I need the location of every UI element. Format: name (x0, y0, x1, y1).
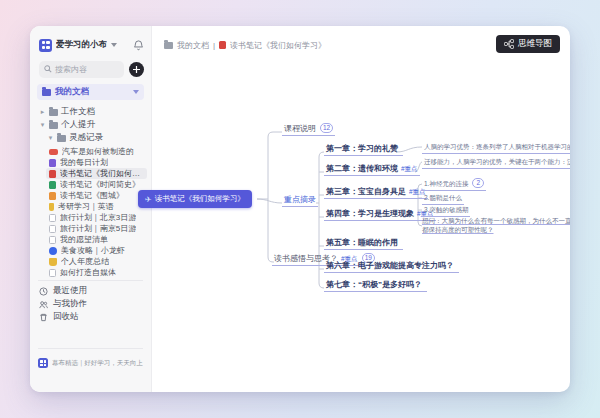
mindmap-note-brain-advantages[interactable]: 人脑的学习优势：逐条列举了人脑相对于机器学习的六个优势 (422, 139, 570, 154)
mindmap-node-chapter-2[interactable]: 第二章：遗传和环境#重点 (324, 161, 420, 176)
doc-label: 考研学习｜英语 (58, 201, 114, 212)
doc-label: 读书笔记《围城》 (60, 190, 124, 201)
mindmap-node-chapter-6[interactable]: 第六章：电子游戏能提高专注力吗？ (324, 258, 459, 273)
book-icon (49, 170, 56, 178)
breadcrumb-folder[interactable]: 我的文档 (177, 40, 209, 51)
mindmap-toggle-button[interactable]: 思维导图 (496, 35, 560, 53)
sidebar-doc-wishlist[interactable]: 我的愿望清单 (46, 234, 147, 245)
notification-bell-icon[interactable] (133, 40, 144, 51)
mindmap-node-course-info[interactable]: 课程说明12 (282, 121, 335, 136)
chapter-label: 第五章：睡眠的作用 (326, 238, 398, 247)
sidebar-doc-car[interactable]: 汽车是如何被制造的 (46, 146, 147, 157)
sidebar: 爱学习的小布 搜索内容 我的文档 (30, 26, 152, 392)
sidebar-item-recent[interactable]: 最近使用 (39, 285, 146, 297)
sidebar-doc-food-guide[interactable]: 美食攻略｜小龙虾 (46, 245, 147, 256)
divider (38, 348, 143, 349)
sidebar-item-trash[interactable]: 回收站 (39, 311, 146, 323)
chapter-label: 第四章：学习是生理现象 (326, 209, 414, 218)
caret-icon[interactable]: ▾ (47, 134, 54, 142)
trash-label: 回收站 (53, 311, 79, 323)
shared-label: 与我协作 (53, 298, 87, 310)
chapter-label: 第六章：电子游戏能提高专注力吗？ (326, 261, 454, 270)
sidebar-folder-inspiration[interactable]: ▾ 灵感记录 (47, 132, 146, 144)
doc-label: 美食攻略｜小龙虾 (61, 245, 125, 256)
list-item-text: 2.髓鞘是什么 (424, 194, 462, 201)
calendar-icon (49, 159, 56, 167)
sidebar-doc-self-media[interactable]: 如何打造自媒体 (46, 267, 147, 278)
mindmap-node-chapter-7[interactable]: 第七章：“积极”是多好吗？ (324, 277, 427, 292)
mindmap-button-label: 思维导图 (518, 38, 552, 50)
chapter-label: 第三章：宝宝自身具足 (326, 187, 406, 196)
note-text: 迁移能力，人脑学习的优势，关键在于两个能力：泛化和迁移。 (424, 158, 570, 165)
breadcrumb-divider: | (213, 41, 215, 50)
folder-icon (57, 135, 66, 142)
users-icon (39, 300, 48, 309)
sidebar-doc-reading-notes-selected[interactable]: 读书笔记《我们如何学… (46, 168, 147, 179)
chapter-label: 第七章：“积极”是多好吗？ (326, 280, 422, 289)
promo-text: 幕布精选｜好好学习，天天向上 (52, 359, 143, 368)
hashtag-key-point[interactable]: #重点 (401, 165, 418, 172)
food-icon (49, 247, 57, 255)
list-item-text: 3.突触的敏感期 (424, 206, 468, 213)
mindmap-root-node[interactable]: ✈ 读书笔记《我们如何学习》 (138, 190, 252, 208)
search-input[interactable]: 搜索内容 (39, 61, 124, 78)
doc-label: 旅行计划｜北京3日游 (60, 212, 136, 223)
mindmap-node-chapter-4[interactable]: 第四章：学习是生理现象#重点 (324, 206, 436, 221)
node-label: 课程说明 (284, 124, 316, 133)
caret-icon[interactable]: ▾ (39, 121, 46, 129)
mindmap-node-chapter-1[interactable]: 第一章：学习的礼赞 (324, 141, 403, 156)
sidebar-doc-trip-nanjing[interactable]: 旅行计划｜南京5日游 (46, 223, 147, 234)
doc-label: 个人年度总结 (61, 256, 109, 267)
doc-label: 读书笔记《时间简史》 (60, 179, 140, 190)
recent-label: 最近使用 (53, 285, 87, 297)
document-icon (49, 236, 56, 244)
workspace-switcher[interactable]: 爱学习的小布 (39, 36, 144, 54)
sidebar-folder-work[interactable]: ▸ 工作文档 (39, 106, 146, 118)
trophy-icon (49, 258, 57, 266)
sidebar-doc-brief-history[interactable]: 读书笔记《时间简史》 (46, 179, 147, 190)
mindmap-list-item-synapse[interactable]: 3.突触的敏感期 (422, 202, 470, 217)
sidebar-doc-english-study[interactable]: 考研学习｜英语 (46, 201, 147, 212)
caret-icon[interactable]: ▸ (39, 108, 46, 116)
app-window: 爱学习的小布 搜索内容 我的文档 (30, 26, 570, 392)
sidebar-folder-personal[interactable]: ▾ 个人提升 (39, 119, 146, 131)
mindmap-node-chapter-3[interactable]: 第三章：宝宝自身具足#重点 (324, 184, 428, 199)
book-icon (49, 181, 56, 189)
folder-icon (164, 42, 173, 49)
chapter-label: 第一章：学习的礼赞 (326, 144, 398, 153)
promo-banner[interactable]: 幕布精选｜好好学习，天天向上 (38, 356, 147, 370)
sidebar-item-shared[interactable]: 与我协作 (39, 298, 146, 310)
doc-label: 我的愿望清单 (60, 234, 108, 245)
sidebar-doc-daily-plan[interactable]: 我的每日计划 (46, 157, 147, 168)
divider (38, 280, 143, 281)
clock-icon (39, 287, 48, 296)
root-label: 读书笔记《我们如何学习》 (155, 194, 245, 204)
document-icon (49, 214, 56, 222)
list-item-text: 1.神经元的连接 (424, 180, 468, 187)
breadcrumb-doc[interactable]: 读书笔记《我们如何学习》 (230, 40, 326, 51)
breadcrumb[interactable]: 我的文档 | 读书笔记《我们如何学习》 (164, 38, 326, 52)
plus-icon (133, 66, 140, 73)
doc-label: 如何打造自媒体 (60, 267, 116, 278)
document-icon (49, 225, 56, 233)
mindmap-note-transfer-ability[interactable]: 迁移能力，人脑学习的优势，关键在于两个能力：泛化和迁移。 (422, 154, 570, 169)
sidebar-doc-trip-beijing[interactable]: 旅行计划｜北京3日游 (46, 212, 147, 223)
mindmap-node-key-excerpts[interactable]: 重点摘录 (282, 192, 318, 207)
collapsed-count-badge[interactable]: 2 (472, 178, 484, 188)
search-placeholder: 搜索内容 (55, 64, 87, 75)
mindmap-icon (504, 39, 514, 49)
pencil-icon (49, 203, 54, 211)
document-icon (49, 269, 56, 277)
mindmap-list-item-neurons[interactable]: 1.神经元的连接2 (422, 176, 486, 191)
collapsed-count-badge[interactable]: 12 (320, 123, 333, 133)
add-button[interactable] (129, 62, 144, 77)
doc-label: 读书笔记《我们如何学… (60, 168, 144, 179)
sidebar-item-my-docs[interactable]: 我的文档 (37, 84, 144, 100)
doc-label: 汽车是如何被制造的 (62, 146, 134, 157)
mindmap-note-question[interactable]: 想问：大脑为什么会有每一个敏感期，为什么不一直都保持高度的可塑性呢？ (422, 216, 570, 234)
sidebar-doc-fortress[interactable]: 读书笔记《围城》 (46, 190, 147, 201)
mindmap-node-chapter-5[interactable]: 第五章：睡眠的作用 (324, 235, 403, 250)
sidebar-doc-annual-summary[interactable]: 个人年度总结 (46, 256, 147, 267)
folder-label: 灵感记录 (69, 132, 103, 144)
folder-icon (49, 109, 58, 116)
